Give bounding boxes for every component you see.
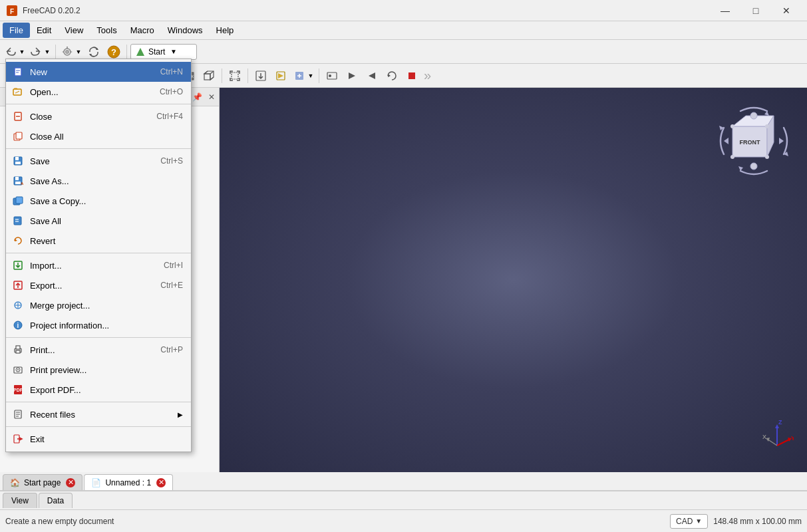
svg-rect-31 (204, 74, 210, 80)
tab-start-label: Start page (24, 478, 61, 487)
svg-marker-44 (369, 72, 375, 79)
export-split-button[interactable]: ▼ (291, 66, 315, 85)
menu-edit[interactable]: Edit (30, 23, 58, 38)
menu-macro[interactable]: Macro (124, 23, 161, 38)
svg-point-42 (329, 74, 331, 77)
nav-cube[interactable]: FRONT (714, 101, 794, 181)
title-bar: F FreeCAD 0.20.2 — □ ✕ (0, 0, 807, 21)
tab-unnamed-icon: 📄 (91, 478, 101, 487)
workbench-label: Start (148, 47, 170, 57)
dimensions-display: 148.48 mm x 100.00 mm (713, 517, 802, 526)
menu-item-save-all[interactable]: Save All (6, 211, 191, 231)
open-file-icon (11, 85, 25, 98)
menu-item-save-as[interactable]: A Save As... (6, 171, 191, 191)
menu-item-new[interactable]: New Ctrl+N (6, 62, 191, 82)
fit-all-button[interactable] (226, 66, 244, 85)
svg-line-76 (15, 91, 19, 93)
menu-item-print-preview[interactable]: Print preview... (6, 360, 191, 380)
svg-rect-82 (15, 157, 19, 160)
workbench-dropdown[interactable]: Start ▼ (130, 44, 197, 60)
svg-point-106 (17, 369, 19, 370)
menu-file[interactable]: File (3, 23, 30, 38)
svg-line-35 (210, 77, 214, 80)
menu-item-revert[interactable]: Revert (6, 231, 191, 251)
menu-item-print[interactable]: Print... Ctrl+P (6, 340, 191, 360)
nav-prev-button[interactable] (323, 66, 341, 85)
svg-marker-45 (388, 74, 391, 77)
menu-view[interactable]: View (58, 23, 90, 38)
menu-item-project-info[interactable]: i Project information... (6, 315, 191, 335)
svg-rect-80 (16, 132, 22, 139)
pdf-icon: PDF (11, 383, 25, 396)
svg-marker-39 (278, 73, 283, 78)
svg-rect-72 (15, 68, 21, 76)
cad-mode-button[interactable]: CAD ▼ (670, 514, 708, 529)
print-preview-icon (11, 363, 25, 376)
svg-text:Z: Z (778, 419, 782, 426)
svg-line-66 (777, 439, 790, 446)
export-button[interactable] (251, 66, 270, 85)
svg-text:Y: Y (791, 435, 794, 442)
svg-text:i: i (17, 322, 19, 329)
menu-tools[interactable]: Tools (90, 23, 123, 38)
status-right: CAD ▼ 148.48 mm x 100.00 mm (670, 514, 802, 529)
print-icon (11, 343, 25, 356)
sidebar-pin-button[interactable]: 📌 (190, 90, 204, 104)
import-button[interactable] (271, 66, 290, 85)
nav-back-button[interactable] (363, 66, 381, 85)
menu-item-save-copy[interactable]: Save a Copy... (6, 191, 191, 211)
svg-text:X: X (762, 434, 766, 440)
svg-marker-48 (738, 166, 743, 171)
menu-help[interactable]: Help (210, 23, 241, 38)
tab-unnamed-close[interactable]: ✕ (156, 478, 166, 487)
menu-item-export[interactable]: Export... Ctrl+E (6, 275, 191, 295)
close-button[interactable]: ✕ (771, 0, 802, 21)
svg-point-57 (765, 155, 769, 159)
menu-item-open[interactable]: Open... Ctrl+O (6, 82, 191, 102)
exit-icon (11, 432, 25, 446)
import-icon (11, 259, 25, 272)
menu-windows[interactable]: Windows (161, 23, 210, 38)
svg-rect-36 (232, 72, 238, 79)
svg-point-56 (765, 124, 769, 128)
svg-rect-102 (16, 346, 20, 349)
sidebar-close-button[interactable]: ✕ (204, 90, 219, 104)
maximize-button[interactable]: □ (740, 0, 771, 21)
menu-item-import[interactable]: Import... Ctrl+I (6, 255, 191, 275)
view-tab[interactable]: View (3, 493, 37, 508)
minimize-button[interactable]: — (710, 0, 740, 21)
menu-item-export-pdf[interactable]: PDF Export PDF... (6, 380, 191, 400)
view-perspective-button[interactable] (200, 66, 218, 85)
nav-forward-button[interactable] (343, 66, 361, 85)
save-as-icon: A (11, 174, 25, 188)
svg-rect-86 (15, 182, 21, 184)
menu-item-close-all[interactable]: Close All (6, 126, 191, 146)
menu-item-merge[interactable]: Merge project... (6, 295, 191, 315)
menu-item-close[interactable]: Close Ctrl+F4 (6, 106, 191, 126)
menu-item-save[interactable]: Save Ctrl+S (6, 151, 191, 171)
svg-text:A: A (21, 182, 23, 186)
tab-start-page[interactable]: 🏠 Start page ✕ (3, 474, 82, 490)
tab-unnamed-label: Unnamed : 1 (105, 478, 151, 487)
menu-item-recent-files[interactable]: Recent files ▶ (6, 404, 191, 424)
data-tab[interactable]: Data (39, 493, 73, 508)
info-icon: i (11, 319, 25, 332)
3d-viewport[interactable]: FRONT Z (220, 88, 807, 472)
tab-start-close[interactable]: ✕ (66, 478, 75, 487)
new-file-icon (11, 65, 25, 78)
export-menu-icon (11, 279, 25, 292)
status-message: Create a new empty document (5, 517, 670, 526)
nav-stop-button[interactable] (403, 66, 421, 85)
svg-marker-43 (349, 72, 355, 79)
bottom-tab-bar: View Data (0, 491, 807, 509)
svg-rect-103 (16, 350, 20, 353)
tab-unnamed[interactable]: 📄 Unnamed : 1 ✕ (84, 474, 173, 490)
svg-rect-89 (16, 197, 23, 203)
nav-refresh-button[interactable] (383, 66, 401, 85)
menu-item-exit[interactable]: Exit (6, 429, 191, 449)
svg-point-62 (750, 163, 757, 170)
svg-point-4 (66, 50, 69, 53)
tab-start-icon: 🏠 (10, 478, 20, 487)
svg-text:PDF: PDF (13, 388, 23, 392)
save-all-icon (11, 214, 25, 227)
